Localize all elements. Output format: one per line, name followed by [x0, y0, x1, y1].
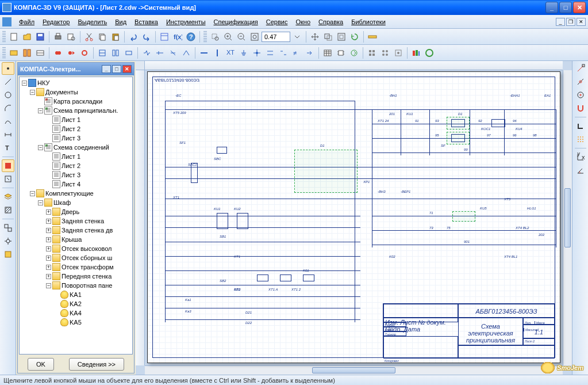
toolbar-grip[interactable]: [203, 31, 207, 43]
tree-part[interactable]: +Крыша: [46, 235, 131, 244]
wire-v-button[interactable]: [211, 47, 224, 59]
layer-button[interactable]: [2, 190, 14, 203]
mdi-close-button[interactable]: ✕: [577, 18, 586, 26]
menu-spec[interactable]: Спецификация: [210, 17, 262, 26]
tree-part[interactable]: +Задняя стенка: [46, 216, 131, 226]
horizontal-scrollbar[interactable]: [145, 365, 563, 375]
project-tree[interactable]: −НКУ −Документы Карта раскладки −Схема п…: [19, 77, 133, 354]
connect-button[interactable]: [264, 47, 276, 59]
zoom-window-button[interactable]: [209, 31, 221, 43]
tree-documents[interactable]: −Документы: [30, 87, 131, 97]
menu-insert[interactable]: Вставка: [130, 17, 162, 26]
geom-arc-button[interactable]: [2, 102, 14, 115]
selected-group[interactable]: [294, 150, 358, 193]
properties-button[interactable]: [158, 31, 171, 43]
angle-button[interactable]: [574, 164, 587, 177]
toolbar-grip[interactable]: [2, 47, 6, 59]
tree-part[interactable]: +Дверь: [46, 207, 131, 216]
neq-button[interactable]: ≠: [290, 47, 303, 59]
geom-spline-button[interactable]: [2, 115, 14, 128]
chip-button[interactable]: [335, 47, 347, 59]
geom-point-button[interactable]: [2, 62, 14, 75]
geom-line-button[interactable]: [2, 75, 14, 88]
selected-component[interactable]: [452, 211, 475, 222]
tree-bulb[interactable]: KA4: [54, 308, 131, 318]
elec-btn-2[interactable]: [21, 47, 33, 59]
zoom-input[interactable]: [262, 32, 290, 42]
elec-btn-12[interactable]: [167, 47, 179, 59]
open-button[interactable]: [21, 31, 33, 43]
ortho-button[interactable]: [574, 120, 587, 132]
mdi-minimize-button[interactable]: _: [556, 18, 565, 26]
arrow-button[interactable]: [303, 47, 316, 59]
vertical-scrollbar[interactable]: [563, 70, 572, 365]
zoom-out-button[interactable]: [235, 31, 248, 43]
geom-circle-button[interactable]: [2, 89, 14, 101]
panel-header[interactable]: КОМПАС-Электри... _ □ ✕: [18, 63, 134, 75]
paste-button[interactable]: [109, 31, 122, 43]
tree-part[interactable]: −Поворотная пане: [46, 281, 131, 290]
print-button[interactable]: [52, 31, 64, 43]
elec-btn-1[interactable]: [7, 47, 20, 59]
dimension-button[interactable]: [2, 128, 14, 141]
tree-sheet[interactable]: Лист 1: [46, 152, 131, 161]
snap-mid-button[interactable]: [574, 75, 587, 88]
scrollbar-thumb[interactable]: [564, 188, 571, 247]
mdi-restore-button[interactable]: ❐: [566, 18, 575, 26]
undo-button[interactable]: [127, 31, 140, 43]
panel-maximize-button[interactable]: □: [112, 65, 121, 73]
grid2-button[interactable]: [379, 47, 391, 59]
menu-libs[interactable]: Библиотеки: [347, 17, 390, 26]
elec-btn-8[interactable]: [109, 47, 122, 59]
elec-btn-10[interactable]: [140, 47, 153, 59]
copy-button[interactable]: [96, 31, 109, 43]
elec-btn-6[interactable]: [78, 47, 91, 59]
toolbar-grip[interactable]: [2, 31, 6, 43]
tree-sheet[interactable]: Лист 3: [46, 134, 131, 143]
junction-button[interactable]: [251, 47, 263, 59]
tree-part[interactable]: +Задняя стенка дв: [46, 226, 131, 235]
close-button[interactable]: ✕: [573, 2, 586, 13]
lib-refresh-button[interactable]: [423, 47, 436, 59]
snap-center-button[interactable]: [574, 89, 587, 101]
grid3-button[interactable]: [392, 47, 405, 59]
tree-bulb[interactable]: KA5: [54, 318, 131, 327]
schematic-area[interactable]: -EC XT5 209 SF1 SAC1 SBC XP1 XT1 24 KU1 …: [159, 83, 548, 299]
shape-button[interactable]: [2, 248, 14, 261]
tree-schema-principal[interactable]: −Схема принципиальн.: [38, 106, 131, 115]
cut-button[interactable]: [83, 31, 95, 43]
tree-part[interactable]: +Передняя стенка: [46, 272, 131, 281]
scrollbar-thumb[interactable]: [312, 367, 395, 373]
tree-schema-connection[interactable]: −Схема соединений: [38, 143, 131, 152]
group-button[interactable]: [2, 222, 14, 234]
help-button[interactable]: ?: [185, 31, 197, 43]
menu-select[interactable]: Выделить: [74, 17, 111, 26]
elec-btn-4[interactable]: [52, 47, 64, 59]
panel-ok-button[interactable]: OK: [28, 358, 54, 371]
tree-part[interactable]: +Отсек трансформ: [46, 262, 131, 272]
text-xt-button[interactable]: XT: [224, 47, 237, 59]
elec-btn-9[interactable]: [122, 47, 135, 59]
menu-tools[interactable]: Инструменты: [162, 17, 210, 26]
zoom-dropdown-button[interactable]: [291, 31, 303, 43]
menu-file[interactable]: Файл: [15, 17, 39, 26]
tree-sheet[interactable]: Лист 3: [46, 170, 131, 180]
menu-editor[interactable]: Редактор: [39, 17, 74, 26]
disconnect-button[interactable]: [277, 47, 290, 59]
variables-button[interactable]: f(x): [171, 31, 184, 43]
tree-part[interactable]: +Отсек сборных ш: [46, 253, 131, 262]
save-button[interactable]: [34, 31, 47, 43]
edit-button[interactable]: [2, 173, 14, 185]
elec-btn-3[interactable]: [34, 47, 47, 59]
elec-btn-11[interactable]: [153, 47, 166, 59]
minimize-button[interactable]: _: [545, 2, 558, 13]
refresh2-button[interactable]: [348, 47, 360, 59]
tree-layout[interactable]: Карта раскладки: [38, 97, 131, 106]
elec-btn-7[interactable]: [96, 47, 109, 59]
wire-h-button[interactable]: [198, 47, 210, 59]
snap-magnet-button[interactable]: [574, 102, 587, 115]
tree-sheet[interactable]: Лист 1: [46, 115, 131, 124]
drawing-sheet[interactable]: АБВГ0123456-800ЭЗ: [147, 71, 560, 363]
coords-button[interactable]: xy: [574, 151, 587, 163]
tree-cabinet[interactable]: −Шкаф: [38, 198, 131, 207]
